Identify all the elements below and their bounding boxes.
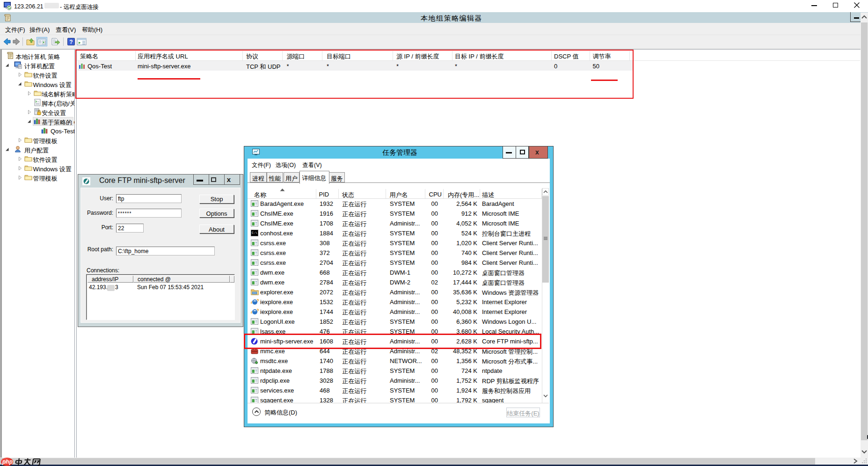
svg-text:?: ? (69, 39, 73, 45)
svg-text:C:\: C:\ (252, 232, 257, 235)
